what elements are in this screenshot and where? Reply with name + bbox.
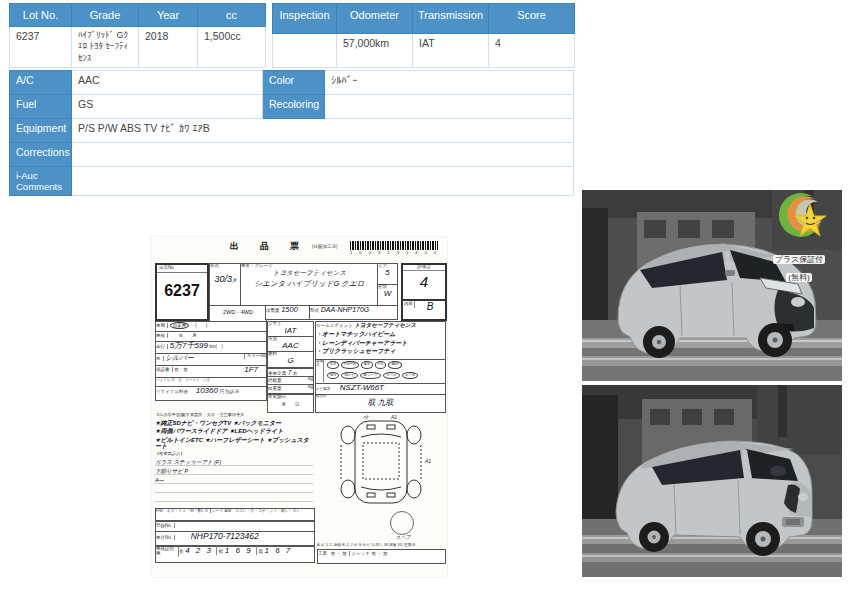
transmission-value: IAT xyxy=(413,33,489,67)
col-year: Year xyxy=(139,4,198,27)
inspection-value xyxy=(273,33,337,67)
displacement-box: 排気量 1500 xyxy=(265,305,311,320)
transfer-date-box: 名変期日 月 日 xyxy=(267,394,314,413)
height-label: 高 xyxy=(258,549,263,554)
history-rest: ・( ) xyxy=(191,323,208,328)
equip-oval-kawab: 革B xyxy=(361,361,373,369)
inspection-label: 車検 xyxy=(156,333,168,338)
length-label: 長 xyxy=(179,549,184,554)
history-label: 車歴 xyxy=(156,323,168,328)
interior-grade-box: 内装 B xyxy=(401,299,447,321)
mileage-unit: km( ) xyxy=(210,344,224,349)
color-label-sheet: 色 xyxy=(156,356,164,361)
equip-oval-abs: ABS xyxy=(388,361,401,369)
score-box: 評価点 4 xyxy=(401,263,447,303)
col-odometer: Odometer xyxy=(337,4,413,34)
fw-condition: F/W キズ・トメ・凹・割レX xyxy=(156,509,211,513)
sales-point-2: ・レーンディパーチャーアラート xyxy=(316,340,445,347)
sales-points-box: セールスポイント トヨタセーフティセンス ・オートマチックハイビーム ・レーンデ… xyxy=(315,321,446,361)
recycle-unit: 円 預託済 xyxy=(220,389,239,394)
transfer-date-value: 月 日 xyxy=(268,403,313,408)
col-inspection: Inspection xyxy=(273,4,337,34)
color-value-sheet: シルバー xyxy=(165,354,194,361)
gross-weight-row: 総重量 kg xyxy=(267,384,314,394)
equipment-ovals-box: 装備品 S/RPS/PW革BP/VABS M/V純ナビ革シートカワエエアB xyxy=(315,359,446,385)
inspector-note-0: ガラス ステッカーアト (F) xyxy=(155,459,313,466)
chassis-code-label: 型式 xyxy=(310,308,319,313)
summary-tables: Lot No. Grade Year cc 6237 ﾊｲﾌﾞﾘｯﾄﾞ Gｸｴﾛ… xyxy=(9,3,573,68)
transfer-date-label: 名変期日 xyxy=(268,395,313,400)
seller-declaration-label: 【出品店申告欄(不具箇所・欠品・注意事項等)】 xyxy=(155,413,313,418)
seller-declaration: 【出品店申告欄(不具箇所・欠品・注意事項等)】 ★純正SDナビ・ワンセグTV ★… xyxy=(155,413,313,511)
warranty-badge: プラス保証付 (無料) xyxy=(758,192,840,284)
sales-point-3: ・プリクラッシュセーフティ xyxy=(316,348,445,355)
spare-tire-label: スペア xyxy=(396,535,411,541)
fuel-label: Fuel xyxy=(10,95,72,119)
model-year-value: 30/3月 xyxy=(210,275,241,285)
ruled-line xyxy=(155,493,313,502)
displacement-label: 排気量 xyxy=(266,308,280,313)
chassis-no-value: NHP170-7123462 xyxy=(191,531,259,541)
mileage-value: 5万7千599 xyxy=(170,341,208,350)
ac-label: A/C xyxy=(10,71,72,95)
equipment-value: P/S P/W ABS TV ﾅﾋﾞ ｶﾜ ｴｱB xyxy=(72,119,574,143)
score-label: 評価点 xyxy=(403,265,445,271)
barcode xyxy=(350,241,438,250)
lot-box: 出品No 6237 xyxy=(155,263,209,321)
cc-value: 1,500cc xyxy=(198,27,266,68)
warranty-value: 有・無 xyxy=(174,367,188,372)
jack-label: ジャッキ xyxy=(351,551,369,556)
diagram-mark-1: A1 xyxy=(390,414,397,420)
shift-value: IAT xyxy=(268,327,313,336)
color-label: Color xyxy=(263,71,325,95)
inspector-note-2: A― xyxy=(155,477,313,484)
inspection-date-box: 検査日 取 九取 xyxy=(315,394,446,413)
col-grade: Grade xyxy=(72,4,139,27)
gross-weight-unit: kg xyxy=(308,385,313,390)
recycle-row: リサイクル料金 10360 円 預託済 xyxy=(155,386,267,401)
interior-grade-label: 内装 xyxy=(403,301,415,308)
badge-text-line1: プラス保証付 xyxy=(773,255,826,264)
iauc-comments-value xyxy=(72,167,574,196)
recycle-value: 10360 xyxy=(196,386,218,395)
model-year-box: 年式 30/3月 xyxy=(209,263,242,307)
warranty-label: 保証書 xyxy=(156,367,173,372)
score-value: 4 xyxy=(489,33,575,67)
sales-points-label: セールスポイント xyxy=(316,323,353,328)
sheet-title: 出 品 票 xyxy=(230,242,305,252)
declaration-line-2: ★ビルトインETC ★ハーフレザーシート ★プッシュスタート xyxy=(155,437,313,450)
vehicle-photo-rear[interactable] xyxy=(582,385,842,577)
sales-point-0: トヨタセーフティセンス xyxy=(354,322,416,328)
displacement-value: 1500 xyxy=(281,305,298,314)
recoloring-label: Recoloring xyxy=(263,95,325,119)
odometer-value: 57,000km xyxy=(337,33,413,67)
chassis-no-label: 車台No. xyxy=(156,535,175,540)
inspection-value-sheet: 年 月 xyxy=(170,333,197,338)
recycle-label: リサイクル料金 xyxy=(156,389,188,394)
diagram-mark-2: A1 xyxy=(424,458,431,464)
color-no-value: 1F7 xyxy=(244,366,258,375)
vehicle-photo-front[interactable]: プラス保証付 (無料) xyxy=(582,190,842,381)
model-year-number: 30/3 xyxy=(214,274,232,284)
dimensions-row: 車検証明用 長 4 2 3 幅 1 6 9 高 1 6 7 xyxy=(155,546,315,563)
navi-model-label: ナビ型番 xyxy=(316,387,330,391)
fuel-value: GS xyxy=(72,95,263,119)
declaration-line-0: ★純正SDナビ・ワンセグTV ★バックモニター xyxy=(155,420,313,427)
navi-model-value: NSZT-W66T xyxy=(340,383,384,392)
sales-point-1: ・オートマチックハイビーム xyxy=(316,331,445,338)
recoloring-value xyxy=(325,95,574,119)
fw-seat-row: F/W キズ・トメ・凹・割レX シート A/M ヨゴレ・穴・コゲ・シミ・破レ・ス… xyxy=(155,508,315,521)
fuel-box-value: G xyxy=(268,357,313,366)
corrections-label: Corrections xyxy=(10,143,72,167)
jack-value: 有 ・ 無 xyxy=(371,551,387,556)
diagram-mark-0: ﾊｸ xyxy=(363,414,369,420)
equip-oval-seat: 革シート xyxy=(360,372,381,380)
damage-legend: A-キズ C-腐食 E-エクボ S-サビ U-凹ミ W-波板 XX-交換済 xyxy=(317,543,444,547)
width-label: 幅 xyxy=(219,549,224,554)
payload-unit: kg xyxy=(308,377,313,382)
badge-text-line2: (無料) xyxy=(786,273,811,282)
ruled-line xyxy=(155,484,313,493)
door-box: ドア 5 xyxy=(377,263,398,285)
door-value: 5 xyxy=(378,269,397,278)
equip-oval-sr: S/R xyxy=(327,361,339,369)
